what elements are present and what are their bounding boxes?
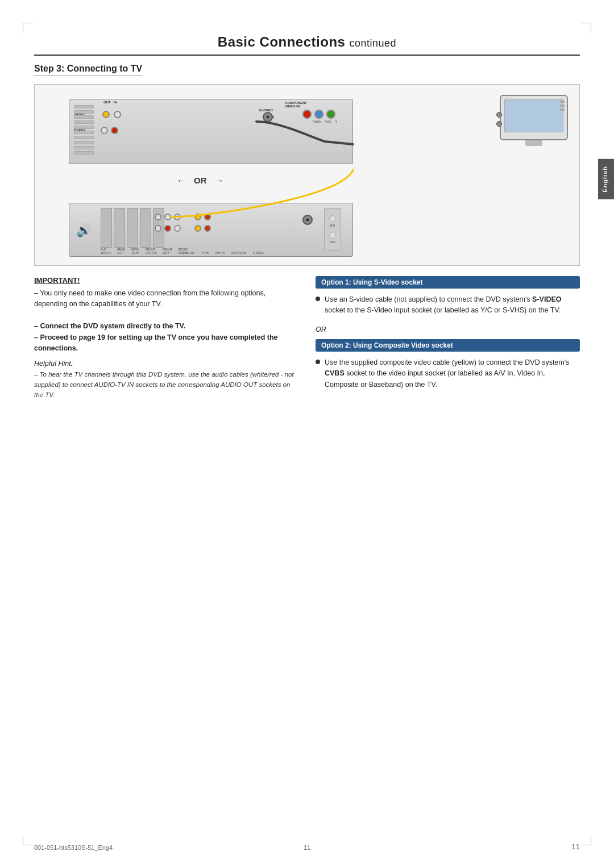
page-content: Basic Connections continued Step 3: Conn… bbox=[34, 34, 580, 834]
or-separator: OR bbox=[316, 326, 580, 333]
corner-mark-tl bbox=[23, 23, 33, 33]
content-columns: IMPORTANT! – You only need to make one v… bbox=[34, 276, 580, 400]
receiver-panel: 🔊 bbox=[69, 203, 353, 257]
dvd-panel: COMPONENTVIDEO IN OUT IN VIDEO AUDIO S-V… bbox=[69, 99, 353, 164]
corner-mark-bl bbox=[23, 835, 33, 845]
video-in-connector bbox=[114, 111, 121, 118]
bottom-audio-connectors bbox=[155, 214, 181, 220]
important-label: IMPORTANT! bbox=[34, 276, 298, 285]
bottom-labels: SUBWOOFR REARLEFT REARRIGHT FRONTCENTER … bbox=[101, 248, 188, 254]
option1-content: Use an S-video cable (not supplied) to c… bbox=[316, 294, 580, 316]
audio-connectors bbox=[101, 127, 118, 134]
hw-indicator: HW 75Ω bbox=[324, 208, 341, 251]
corner-mark-br bbox=[581, 835, 591, 845]
option2-content: Use the supplied composite video cable (… bbox=[316, 357, 580, 390]
option1-bullet: Use an S-video cable (not supplied) to c… bbox=[316, 294, 580, 316]
left-column: IMPORTANT! – You only need to make one v… bbox=[34, 276, 298, 400]
bottom-labels2: LINE-SU TV IN AUX IN DIGITAL IN S-VIDEO bbox=[183, 251, 264, 254]
connection-diagram: COMPONENTVIDEO IN OUT IN VIDEO AUDIO S-V… bbox=[34, 84, 580, 266]
bottom-audio-connectors2 bbox=[155, 225, 181, 232]
english-tab: English bbox=[598, 159, 614, 199]
or-indicator: ← OR → bbox=[177, 176, 224, 185]
dvd-slots bbox=[74, 105, 94, 155]
right-column: Option 1: Using S-Video socket Use an S-… bbox=[316, 276, 580, 400]
corner-mark-tr bbox=[581, 23, 591, 33]
bullet-dot-1 bbox=[316, 297, 320, 301]
footer-center: 11 bbox=[304, 844, 310, 851]
video-out-connector bbox=[102, 111, 110, 118]
tv-shape bbox=[500, 95, 568, 155]
footer-left: 001-051-hts5310S-51_Eng4 bbox=[34, 844, 113, 851]
option1-text: Use an S-video cable (not supplied) to c… bbox=[325, 294, 580, 316]
option2-text: Use the supplied composite video cable (… bbox=[325, 357, 580, 390]
helpful-hint-title: Helpful Hint: bbox=[34, 360, 298, 368]
option2-header: Option 2: Using Composite Video socket bbox=[316, 339, 580, 352]
option1-header: Option 1: Using S-Video socket bbox=[316, 276, 580, 289]
important-text: – You only need to make one video connec… bbox=[34, 288, 298, 354]
bullet-dot-2 bbox=[316, 360, 320, 364]
page-title: Basic Connections continued bbox=[34, 34, 580, 50]
s-video-receiver bbox=[302, 215, 313, 225]
bottom-video-connectors bbox=[194, 214, 211, 220]
step-header: Step 3: Connecting to TV bbox=[34, 64, 142, 76]
helpful-hint-body: – To hear the TV channels through this D… bbox=[34, 370, 298, 400]
s-video-connector-dvd bbox=[263, 112, 273, 122]
component-connectors bbox=[302, 110, 335, 119]
bottom-video-connectors2 bbox=[194, 225, 211, 232]
page-title-container: Basic Connections continued bbox=[34, 34, 580, 56]
option2-bullet: Use the supplied composite video cable (… bbox=[316, 357, 580, 390]
page-number: 11 bbox=[572, 842, 580, 851]
